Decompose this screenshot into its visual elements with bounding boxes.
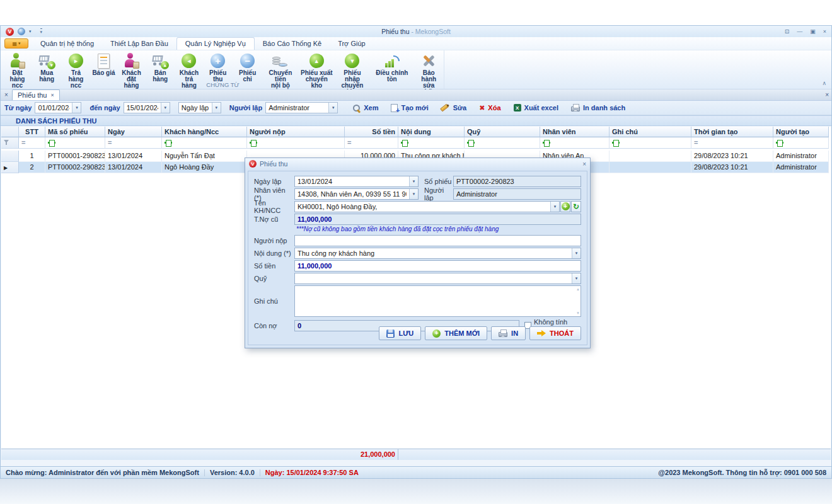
from-date-label: Từ ngày xyxy=(4,104,32,112)
filter-cell-8[interactable] xyxy=(465,137,540,149)
column-header-4[interactable]: Khách hàng/Ncc xyxy=(162,127,247,137)
column-header-8[interactable]: Quỹ xyxy=(465,127,540,137)
column-header-10[interactable]: Ghi chú xyxy=(610,127,691,137)
title-bar: V ▾ ▾ Phiếu thu - MekongSoft ⊡—▣× xyxy=(1,26,831,37)
menu-tab-1[interactable]: Thiết Lập Ban Đầu xyxy=(102,38,176,50)
filter-cell-5[interactable] xyxy=(247,137,345,149)
filter-cell-7[interactable] xyxy=(398,137,465,149)
footer-strip xyxy=(1,460,831,466)
ten-kh-ncc-label: Tên KH/NCC xyxy=(254,199,294,214)
add-customer-button[interactable]: + xyxy=(560,201,570,212)
nhan-vien-dropdown-icon[interactable]: ▾ xyxy=(409,189,418,199)
tao-moi-button[interactable]: +Tạo mới xyxy=(386,103,433,113)
ribbon-item-ban-hang[interactable]: ▲Bán hàng xyxy=(145,52,175,83)
luu-button[interactable]: LƯU xyxy=(379,326,421,340)
ngay-lap-combo[interactable]: 13/01/2024▾ xyxy=(294,176,419,187)
ribbon-item-bao-gia[interactable]: Báo giá xyxy=(90,52,117,77)
scroll-up-icon[interactable]: ▲ xyxy=(576,287,580,291)
tab-close-icon[interactable]: × xyxy=(50,92,54,98)
to-date-input[interactable]: 15/01/2024▾ xyxy=(124,102,170,113)
column-header-3[interactable]: Ngày xyxy=(105,127,162,137)
filter-cell-11[interactable]: = xyxy=(691,137,773,149)
xuat-excel-button[interactable]: XXuất excel xyxy=(509,103,563,113)
close-button[interactable]: × xyxy=(823,28,826,35)
from-date-input[interactable]: 01/01/2024▾ xyxy=(35,102,81,113)
ribbon-item-phieu-chi[interactable]: −Phiếu chi xyxy=(233,52,262,83)
in-button[interactable]: IN xyxy=(491,326,526,340)
filter-cell-4[interactable] xyxy=(162,137,247,149)
filter-cell-0[interactable] xyxy=(1,137,19,149)
pin-window-button[interactable]: ⊡ xyxy=(785,28,790,35)
row-indicator-header[interactable] xyxy=(1,127,19,137)
quy-combo[interactable]: ▾ xyxy=(294,273,581,284)
menu-tab-0[interactable]: Quản trị hệ thống xyxy=(32,38,102,50)
tab-close-left-button[interactable]: × xyxy=(1,90,12,100)
cell: 1 xyxy=(19,151,45,162)
from-date-dropdown-icon[interactable]: ▾ xyxy=(72,103,81,113)
tab-close-right-button[interactable]: × xyxy=(818,90,829,100)
nhan-vien-combo[interactable]: 14308, Nhân viên An, 0939 55 11 90▾ xyxy=(294,188,419,200)
customize-toolbar-icon[interactable]: ▾ xyxy=(40,28,43,35)
filter-bar: Từ ngày 01/01/2024▾ đến ngày 15/01/2024▾… xyxy=(1,101,831,115)
so-tien-input[interactable]: 11,000,000 xyxy=(294,260,581,272)
menu-tab-3[interactable]: Báo Cáo Thống Kê xyxy=(255,38,330,50)
dialog-close-icon[interactable]: × xyxy=(582,161,586,168)
date-field-dropdown-icon[interactable]: ▾ xyxy=(212,103,221,113)
noi-dung-combo[interactable]: Thu công nợ khách hàng▾ xyxy=(294,248,581,259)
menu-tab-4[interactable]: Trợ Giúp xyxy=(330,38,373,50)
status-version: Version: 4.0.0 xyxy=(210,469,255,476)
sua-button[interactable]: Sửa xyxy=(436,103,471,113)
ribbon-item-dieu-chinh-ton[interactable]: Điều chỉnh tồn xyxy=(370,52,413,83)
column-header-12[interactable]: Người tạo xyxy=(773,127,829,137)
ribbon-item-mua-hang[interactable]: ▼Mua hàng xyxy=(32,52,62,83)
column-header-6[interactable]: Số tiền xyxy=(345,127,398,137)
ribbon-toolbar: Đặt hàng ncc▼Mua hàng►Trả hàng nccBáo gi… xyxy=(1,50,831,89)
so-tien-label: Số tiền xyxy=(254,262,294,270)
ribbon-item-phieu-thu[interactable]: +Phiếu thu xyxy=(203,52,233,83)
creator-selector[interactable]: Administrator▾ xyxy=(265,102,338,113)
thoat-button[interactable]: THOÁT xyxy=(529,326,581,340)
column-header-1[interactable]: STT xyxy=(19,127,45,137)
column-header-9[interactable]: Nhân viên xyxy=(540,127,610,137)
scroll-down-icon[interactable]: ▼ xyxy=(576,311,580,315)
quick-access-icon[interactable] xyxy=(18,28,25,35)
creator-dropdown-icon[interactable]: ▾ xyxy=(328,103,337,113)
maximize-button[interactable]: ▣ xyxy=(810,28,816,35)
con-no-label: Còn nợ xyxy=(254,322,294,329)
filter-cell-12[interactable] xyxy=(773,137,829,149)
them-moi-button[interactable]: +THÊM MỚI xyxy=(425,326,487,340)
quy-dropdown-icon[interactable]: ▾ xyxy=(572,273,581,284)
column-header-2[interactable]: Mã số phiếu xyxy=(45,127,105,137)
quick-access-dropdown-icon[interactable]: ▾ xyxy=(29,29,32,34)
column-header-7[interactable]: Nội dung xyxy=(398,127,465,137)
ten-kh-ncc-dropdown-icon[interactable]: ▾ xyxy=(550,202,559,212)
tab-phieu-thu[interactable]: Phiếu thu × xyxy=(12,89,60,100)
date-field-selector[interactable]: Ngày lập▾ xyxy=(178,102,221,113)
xem-button[interactable]: Xem xyxy=(347,103,383,113)
filter-cell-2[interactable] xyxy=(45,137,105,149)
filter-cell-3[interactable]: = xyxy=(105,137,162,149)
in-danh-sach-button[interactable]: In danh sách xyxy=(566,103,630,113)
application-button[interactable]: ▦▾ xyxy=(4,38,28,49)
filter-cell-9[interactable] xyxy=(540,137,610,149)
ten-kh-ncc-combo[interactable]: KH0001, Ngô Hoàng Đầy,▾ xyxy=(294,201,560,212)
menu-tab-2[interactable]: Quản Lý Nghiệp Vụ xyxy=(176,37,255,50)
cell xyxy=(610,162,691,173)
to-date-dropdown-icon[interactable]: ▾ xyxy=(161,103,170,113)
refresh-customer-button[interactable]: ↻ xyxy=(571,201,581,212)
filter-cell-1[interactable]: = xyxy=(19,137,45,149)
noi-dung-dropdown-icon[interactable]: ▾ xyxy=(572,248,581,258)
filter-cell-10[interactable] xyxy=(610,137,691,149)
minimize-button[interactable]: — xyxy=(797,28,802,35)
dialog-title-bar[interactable]: V Phiếu thu × xyxy=(245,158,590,169)
column-header-5[interactable]: Người nộp xyxy=(247,127,345,137)
column-header-11[interactable]: Thời gian tạo xyxy=(691,127,773,137)
quy-label: Quỹ xyxy=(254,275,294,282)
nguoi-nop-input[interactable] xyxy=(294,235,581,246)
filter-cell-6[interactable]: = xyxy=(345,137,398,149)
ghi-chu-textarea[interactable]: ▲▼ xyxy=(294,285,581,317)
xoa-button[interactable]: ✖Xóa xyxy=(474,103,506,113)
collapse-ribbon-icon[interactable]: ∧ xyxy=(822,80,826,86)
so-phieu-field: PTT00002-290823 xyxy=(453,176,581,187)
ngay-lap-dropdown-icon[interactable]: ▾ xyxy=(409,176,418,186)
